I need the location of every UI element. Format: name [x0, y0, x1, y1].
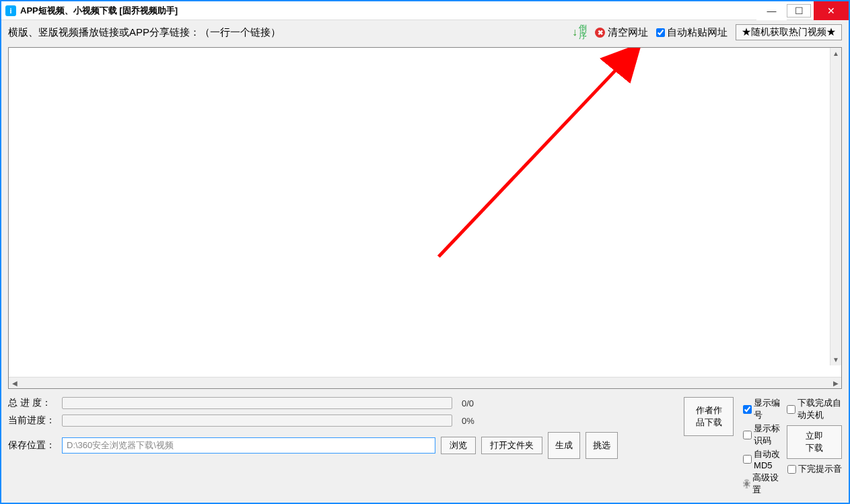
generate-button[interactable]: 生成: [548, 432, 580, 459]
save-path-input[interactable]: [62, 437, 435, 454]
minimize-button[interactable]: —: [756, 1, 787, 20]
reverse-order-label: 倒序: [579, 25, 587, 40]
auto-paste-checkbox[interactable]: 自动粘贴网址: [656, 26, 728, 39]
arrow-down-icon: ↓: [572, 26, 577, 38]
current-progress-label: 当前进度：: [8, 415, 57, 427]
delete-icon: ✖: [595, 28, 605, 38]
advanced-settings-link[interactable]: 高级设置: [743, 472, 781, 496]
options-column: 显示编号 显示标识码 自动改MD5 高级设置: [743, 397, 781, 496]
app-icon: i: [5, 5, 16, 16]
scroll-right-icon[interactable]: ▶: [830, 380, 841, 387]
save-path-label: 保存位置：: [8, 439, 57, 452]
save-path-row: 保存位置： 浏览 打开文件夹 生成 挑选: [8, 432, 618, 459]
auto-md5-checkbox[interactable]: 自动改MD5: [743, 448, 781, 470]
download-now-button[interactable]: 立即下载: [787, 425, 842, 459]
clear-urls-button[interactable]: ✖ 清空网址: [595, 26, 648, 39]
reverse-order-button[interactable]: ↓ 倒序: [572, 25, 587, 40]
open-folder-button[interactable]: 打开文件夹: [481, 437, 542, 454]
current-progress-text: 0%: [462, 416, 474, 426]
toolbar: 横版、竖版视频播放链接或APP分享链接：（一行一个链接） ↓ 倒序 ✖ 清空网址…: [1, 20, 849, 44]
clear-urls-label: 清空网址: [608, 26, 648, 39]
close-button[interactable]: ✕: [814, 1, 849, 20]
window-controls: — ☐ ✕: [756, 1, 849, 20]
maximize-button[interactable]: ☐: [787, 4, 811, 17]
show-tag-checkbox[interactable]: 显示标识码: [743, 423, 781, 447]
show-number-checkbox[interactable]: 显示编号: [743, 397, 781, 421]
auto-paste-checkbox-input[interactable]: [656, 28, 665, 37]
window-title: APP短视频、小视频下载 [固乔视频助手]: [20, 5, 756, 17]
scroll-up-icon[interactable]: ▲: [830, 48, 841, 59]
auto-shutdown-checkbox[interactable]: 下载完成自动关机: [787, 397, 842, 421]
scroll-down-icon[interactable]: ▼: [830, 354, 841, 365]
instruction-label: 横版、竖版视频播放链接或APP分享链接：（一行一个链接）: [8, 26, 281, 39]
right-column: 下载完成自动关机 立即下载 下完提示音: [787, 397, 842, 475]
gear-icon: [743, 479, 750, 489]
random-hot-videos-button[interactable]: ★随机获取热门视频★: [736, 24, 842, 40]
horizontal-scrollbar[interactable]: ◀ ▶: [9, 377, 841, 388]
url-textarea-container: ▲ ▼ ◀ ▶: [8, 47, 842, 389]
scroll-left-icon[interactable]: ◀: [9, 380, 20, 387]
current-progress-bar: [62, 415, 452, 427]
browse-button[interactable]: 浏览: [441, 437, 476, 454]
total-progress-label: 总 进 度：: [8, 397, 57, 409]
total-progress-bar: [62, 397, 452, 409]
url-textarea[interactable]: [9, 48, 841, 377]
total-progress-row: 总 进 度： 0/0: [8, 397, 618, 409]
bottom-panel: 总 进 度： 0/0 当前进度： 0% 保存位置： 浏览 打开文件夹 生成 挑选: [1, 393, 849, 503]
pick-button[interactable]: 挑选: [586, 432, 618, 459]
auto-paste-label: 自动粘贴网址: [667, 26, 728, 39]
titlebar: i APP短视频、小视频下载 [固乔视频助手] — ☐ ✕: [1, 1, 849, 20]
total-progress-text: 0/0: [462, 398, 474, 408]
url-textarea-wrap: ▲ ▼: [9, 48, 841, 377]
vertical-scrollbar[interactable]: ▲ ▼: [830, 48, 841, 365]
app-window: i APP短视频、小视频下载 [固乔视频助手] — ☐ ✕ 横版、竖版视频播放链…: [0, 0, 850, 504]
current-progress-row: 当前进度： 0%: [8, 415, 618, 427]
done-sound-checkbox[interactable]: 下完提示音: [787, 463, 842, 475]
author-works-button[interactable]: 作者作品下载: [684, 397, 734, 436]
